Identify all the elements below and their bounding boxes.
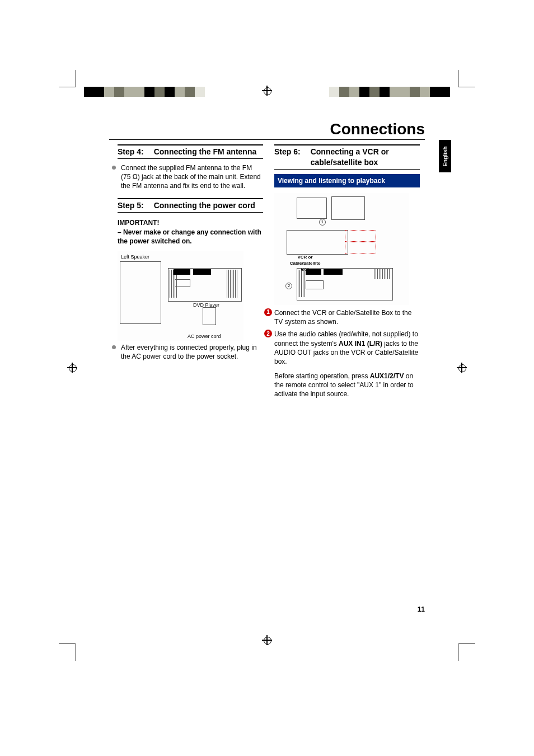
registration-mark-icon xyxy=(262,635,272,645)
bullet-icon xyxy=(112,345,116,349)
power-cord-diagram: Left Speaker DVD Player AC power cord xyxy=(118,251,243,341)
speaker-icon xyxy=(120,261,161,324)
step-label: Step 5: xyxy=(118,200,144,211)
callout-2: 2 xyxy=(285,283,292,289)
important-body: – Never make or change any connection wi… xyxy=(118,228,263,246)
step6-item-1: 1 Connect the VCR or Cable/Satellite Box… xyxy=(274,308,420,326)
crop-mark xyxy=(450,78,467,95)
bold-text: AUX1/2/TV xyxy=(370,372,404,380)
registration-mark-icon xyxy=(457,363,467,373)
body-text: Connect the supplied FM antenna to the F… xyxy=(121,163,263,191)
step6-note: Before starting operation, press AUX1/2/… xyxy=(274,372,420,399)
tv-rear-icon xyxy=(331,196,365,220)
body-text: Use the audio cables (red/white, not sup… xyxy=(274,330,420,366)
step-label: Step 4: xyxy=(118,147,144,157)
number-badge-1: 1 xyxy=(264,308,272,316)
tv-front-icon xyxy=(297,198,327,219)
vcr-icon xyxy=(287,230,348,255)
registration-mark-icon xyxy=(262,86,272,96)
left-speaker-label: Left Speaker xyxy=(121,253,149,260)
vcr-diagram: 1 VCR or Cable/Satellite Box 2 xyxy=(274,193,409,305)
left-column: Step 4: Connecting the FM antenna Connec… xyxy=(118,144,263,367)
bullet-icon xyxy=(112,166,116,170)
registration-mark-icon xyxy=(67,363,77,373)
step-label: Step 6: xyxy=(274,147,301,168)
important-heading: IMPORTANT! xyxy=(118,218,263,227)
step6-heading: Step 6: Connecting a VCR or cable/satell… xyxy=(274,144,420,170)
scart-port-icon xyxy=(306,280,324,289)
after-connect-body: After everything is connected properly, … xyxy=(118,343,263,361)
vent-icon xyxy=(227,270,238,298)
cable-zone-icon xyxy=(345,230,376,242)
ac-cord-label: AC power cord xyxy=(188,333,221,340)
step-title: Connecting a VCR or cable/satellite box xyxy=(311,147,420,168)
number-badge-2: 2 xyxy=(264,330,272,337)
bold-text: AUX IN1 (L/R) xyxy=(339,340,382,348)
power-plug-icon xyxy=(203,307,216,325)
crop-mark xyxy=(450,636,467,652)
crop-mark xyxy=(67,636,84,652)
step-title: Connecting the power cord xyxy=(154,200,255,211)
warning-label-icon xyxy=(324,269,343,275)
crop-mark xyxy=(67,78,84,95)
step4-heading: Step 4: Connecting the FM antenna xyxy=(118,144,263,159)
step4-body: Connect the supplied FM antenna to the F… xyxy=(118,163,263,191)
step5-heading: Step 5: Connecting the power cord xyxy=(118,198,263,213)
language-tab: English xyxy=(439,140,451,172)
callout-1: 1 xyxy=(319,219,326,226)
body-text: After everything is connected properly, … xyxy=(121,343,263,361)
page-number: 11 xyxy=(418,605,425,613)
right-column: Step 6: Connecting a VCR or cable/satell… xyxy=(274,144,420,399)
step-title: Connecting the FM antenna xyxy=(154,147,257,157)
warning-label-icon xyxy=(193,269,211,275)
warning-label-icon xyxy=(174,269,190,275)
blue-subheading: Viewing and listening to playback xyxy=(274,174,420,187)
vent-icon xyxy=(374,269,390,279)
printer-color-strip xyxy=(84,87,235,97)
warning-label-icon xyxy=(306,269,321,275)
cable-zone-icon xyxy=(345,241,376,253)
step6-item-2: 2 Use the audio cables (red/white, not s… xyxy=(274,330,420,366)
body-text: Connect the VCR or Cable/Satellite Box t… xyxy=(274,308,420,326)
scart-port-icon xyxy=(175,279,190,287)
vent-icon xyxy=(298,270,306,297)
printer-color-strip xyxy=(299,87,450,97)
text: Before starting operation, press xyxy=(274,372,370,380)
page-title: Connections xyxy=(109,120,425,140)
manual-page: Connections English Step 4: Connecting t… xyxy=(0,0,534,756)
